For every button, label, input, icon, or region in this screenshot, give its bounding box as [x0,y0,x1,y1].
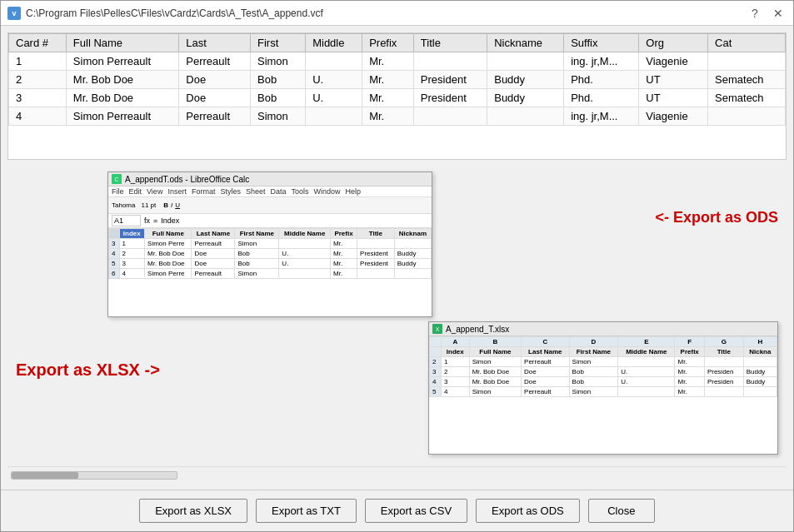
xlsx-header-cell: Middle Name [618,347,675,357]
table-header-row: Card #Full NameLastFirstMiddlePrefixTitl… [9,34,786,52]
table-cell: Doe [179,71,251,89]
window-close-button[interactable]: ✕ [770,5,787,22]
ods-table-cell [279,239,331,249]
xlsx-table-cell: Mr. Bob Doe [469,377,521,387]
ods-table-cell: 4 [119,269,145,279]
ods-table-cell: 6 [109,269,120,279]
table-cell [708,107,786,126]
table-cell: Doe [179,89,251,107]
ods-col-header: First Name [235,229,279,239]
ods-inner-table: IndexFull NameLast NameFirst NameMiddle … [108,228,432,279]
ods-menu-item[interactable]: Help [346,187,362,196]
table-cell: ing. jr,M... [564,107,639,126]
ods-table-row: 42Mr. Bob DoeDoeBobU.Mr.PresidentBuddy [109,249,432,259]
ods-italic-btn: I [171,201,172,209]
xlsx-inner-table: ABCDEFGHIndexFull NameLast NameFirst Nam… [429,336,777,397]
ods-table-cell [357,269,395,279]
table-cell: Buddy [487,71,564,89]
table-cell: Buddy [487,89,564,107]
table-row: 3Mr. Bob DoeDoeBobU.Mr.PresidentBuddyPhd… [9,89,786,107]
middle-area: C A_appendT.ods - LibreOffice Calc FileE… [7,163,787,463]
scrollbar-track[interactable] [11,471,177,480]
table-cell: Sematech [708,71,786,89]
ods-toolbar: Tahoma 11 pt B I U [108,197,432,214]
table-column-header: Org [639,34,708,52]
xlsx-header-cell: Title [704,347,743,357]
ods-table-cell: 2 [119,249,145,259]
ods-table-cell: Mr. [331,249,357,259]
window-title: C:\Program Files\PellesC\Files\vCardz\Ca… [26,7,323,19]
ods-col-header: Prefix [331,229,357,239]
table-column-header: Suffix [564,34,639,52]
ods-table-cell: 3 [109,239,120,249]
xlsx-col-header: E [618,337,675,347]
table-column-header: Title [413,34,487,52]
ods-menu-item[interactable]: View [147,187,162,196]
ods-arrow-label: <- Export as ODS [655,209,778,226]
table-cell [413,52,487,71]
ods-underline-btn: U [175,201,180,209]
ods-menu-item[interactable]: File [112,187,124,196]
xlsx-screenshot: X A_append_T.xlsx ABCDEFGHIndexFull Name… [428,321,778,455]
ods-table-cell: Simon [235,269,279,279]
xlsx-col-header: F [675,337,704,347]
ods-table-row: 53Mr. Bob DoeDoeBobU.Mr.PresidentBuddy [109,259,432,269]
ods-table-cell: Simon Perre [145,269,192,279]
table-cell: UT [639,71,708,89]
ods-table-cell: Perreault [192,239,235,249]
xlsx-table-cell: Bob [569,367,618,377]
ods-menu-item[interactable]: Sheet [246,187,266,196]
ods-formula-content: Index [161,216,179,225]
table-cell: Simon [250,52,305,71]
ods-menu-item[interactable]: Edit [129,187,142,196]
ods-menu-item[interactable]: Data [270,187,286,196]
xlsx-table-cell: Mr. [675,357,704,367]
xlsx-col-header: D [569,337,618,347]
close-button[interactable]: Close [588,499,655,523]
table-cell: President [413,71,487,89]
xlsx-table-cell: U. [618,377,675,387]
xlsx-header-cell: First Name [569,347,618,357]
ods-equals: = [153,216,157,225]
ods-font-size: 11 pt [141,201,156,209]
table-column-header: Middle [306,34,362,52]
ods-menu-item[interactable]: Tools [291,187,308,196]
ods-menu-item[interactable]: Insert [167,187,187,196]
table-row: 2Mr. Bob DoeDoeBobU.Mr.PresidentBuddyPhd… [9,71,786,89]
scrollbar-thumb[interactable] [12,472,78,479]
export-ods-button[interactable]: Export as ODS [476,499,580,523]
ods-menu-item[interactable]: Styles [220,187,241,196]
export-txt-button[interactable]: Export as TXT [256,499,357,523]
data-table-container: Card #Full NameLastFirstMiddlePrefixTitl… [7,32,787,160]
ods-col-header: Title [357,229,395,239]
ods-menu-item[interactable]: Format [192,187,216,196]
xlsx-col-header: G [704,337,743,347]
xlsx-table-cell: 2 [441,367,469,377]
xlsx-table-cell: Mr. Bob Doe [469,367,521,377]
table-cell: 3 [9,89,67,107]
title-bar: v C:\Program Files\PellesC\Files\vCardz\… [1,1,793,26]
table-cell: Mr. Bob Doe [66,89,178,107]
xlsx-table-container: ABCDEFGHIndexFull NameLast NameFirst Nam… [429,336,777,397]
ods-table-cell: 4 [109,249,120,259]
xlsx-table-cell: U. [618,367,675,377]
ods-table-container: IndexFull NameLast NameFirst NameMiddle … [108,228,432,279]
ods-table-cell: U. [279,249,331,259]
export-csv-button[interactable]: Export as CSV [365,499,467,523]
export-xlsx-button[interactable]: Export as XLSX [139,499,247,523]
xlsx-table-cell: 4 [441,387,469,397]
table-column-header: Prefix [362,34,414,52]
xlsx-header-cell: Full Name [469,347,521,357]
help-button[interactable]: ? [747,5,763,22]
table-cell [708,52,786,71]
xlsx-table-cell [704,357,743,367]
xlsx-table-row: 21SimonPerreaultSimonMr. [430,357,777,367]
xlsx-header-cell [430,347,442,357]
ods-menu-item[interactable]: Window [314,187,341,196]
table-cell: Viagenie [639,107,708,126]
ods-menu-bar: FileEditViewInsertFormatStylesSheetDataT… [108,186,432,197]
ods-table-cell: 1 [119,239,145,249]
table-cell: Mr. [362,89,414,107]
xlsx-title: A_append_T.xlsx [446,325,509,334]
xlsx-table-cell: Perreault [522,357,570,367]
